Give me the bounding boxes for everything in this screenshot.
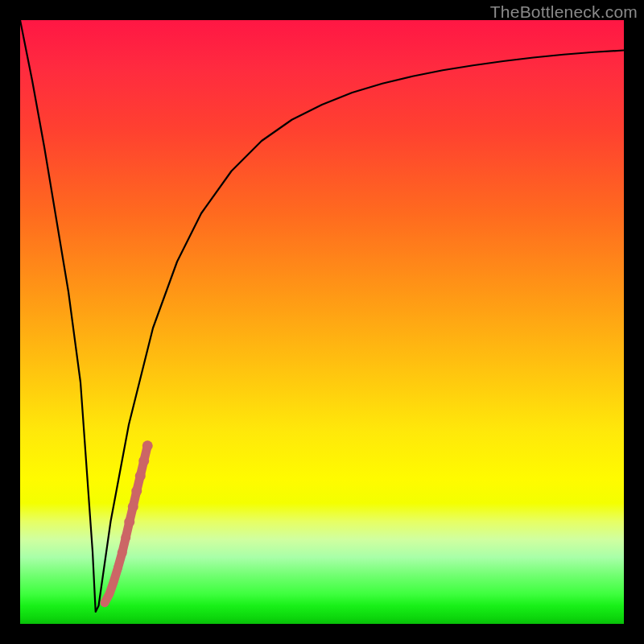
bottleneck-curve — [20, 20, 624, 612]
highlight-point — [121, 533, 130, 543]
watermark-text: TheBottleneck.com — [490, 2, 638, 22]
highlight-point — [124, 517, 134, 527]
chart-svg — [20, 20, 624, 624]
highlight-point — [135, 471, 146, 481]
highlight-point — [101, 599, 109, 607]
chart-container: TheBottleneck.com — [0, 0, 644, 644]
highlight-point — [118, 548, 127, 558]
highlight-point — [109, 578, 118, 586]
highlight-point — [128, 502, 138, 512]
plot-area — [20, 20, 624, 624]
highlight-point — [105, 590, 114, 598]
highlight-point — [142, 440, 153, 451]
highlight-segment — [101, 440, 153, 607]
highlight-point — [138, 456, 149, 466]
highlight-point — [131, 486, 142, 497]
highlight-point — [114, 564, 122, 572]
